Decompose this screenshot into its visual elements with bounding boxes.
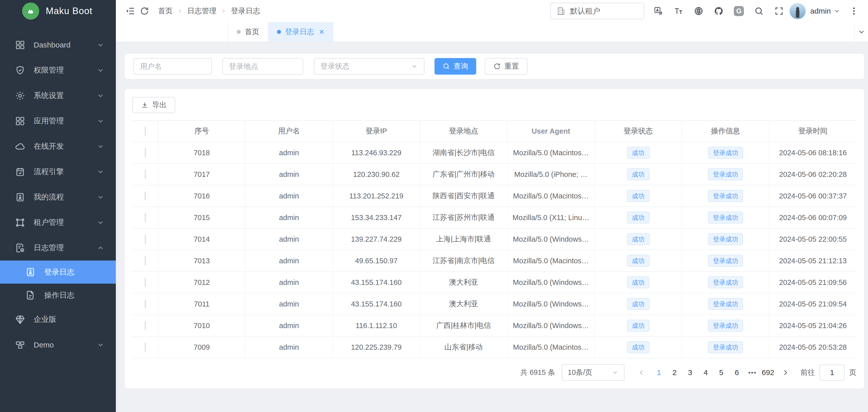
sidebar-subitem-login-log[interactable]: 登录日志 — [0, 260, 116, 284]
doc-user-icon — [25, 267, 36, 277]
status-cell: 成功 — [595, 293, 682, 315]
export-button[interactable]: 导出 — [132, 97, 175, 113]
page-number-2[interactable]: 2 — [667, 366, 682, 380]
sidebar-item-my-workflow[interactable]: 我的流程 — [0, 184, 116, 210]
username-filter-input[interactable] — [133, 58, 212, 74]
sidebar-item-permission[interactable]: 权限管理 — [0, 58, 116, 83]
chevron-down-icon — [97, 219, 104, 226]
time-cell: 2024-05-05 22:00:55 — [769, 228, 857, 250]
refresh-icon[interactable] — [137, 4, 152, 18]
page-size-select[interactable]: 10条/页 — [562, 364, 624, 381]
location-cell: 广东省|广州市|移动 — [420, 163, 507, 185]
sidebar-item-enterprise[interactable]: 企业版 — [0, 307, 116, 332]
chevron-down-icon — [97, 41, 104, 49]
location-filter-input[interactable] — [222, 58, 303, 74]
reset-button[interactable]: 重置 — [485, 58, 527, 74]
ip-cell: 43.155.174.160 — [333, 293, 420, 315]
sidebar-item-log[interactable]: 日志管理 — [0, 235, 116, 260]
fullscreen-icon[interactable] — [772, 4, 786, 18]
font-size-icon[interactable] — [672, 4, 686, 18]
operation-badge: 登录成功 — [708, 341, 743, 353]
chevron-down-icon — [97, 92, 104, 99]
breadcrumb-home[interactable]: 首页 — [158, 6, 173, 16]
avatar[interactable] — [789, 3, 806, 19]
sidebar-item-dashboard[interactable]: Dashboard — [0, 32, 116, 58]
status-badge: 成功 — [627, 276, 650, 288]
row-checkbox[interactable] — [145, 343, 146, 352]
chevron-right-icon — [177, 8, 183, 14]
operation-cell: 登录成功 — [682, 315, 769, 337]
clipboard-icon — [14, 166, 26, 177]
search-button[interactable]: 查询 — [434, 58, 476, 74]
row-checkbox[interactable] — [145, 170, 146, 179]
select-all-header — [132, 120, 158, 142]
table-row: 7013 admin 49.65.150.97 江苏省|南京市|电信 Mozil… — [132, 250, 857, 272]
topbar: 首页 日志管理 登录日志 默认租户 — [116, 0, 868, 22]
row-checkbox[interactable] — [145, 321, 146, 330]
kebab-menu-icon[interactable] — [847, 4, 861, 18]
status-badge: 成功 — [627, 190, 650, 202]
sidebar-subitem-operation-log[interactable]: 操作日志 — [0, 284, 116, 307]
page-number-5[interactable]: 5 — [713, 366, 729, 380]
globe-icon[interactable] — [691, 4, 706, 18]
tab-home[interactable]: 首页 — [228, 22, 269, 42]
cloud-icon — [14, 141, 26, 152]
row-checkbox[interactable] — [145, 256, 146, 265]
status-badge: 成功 — [627, 320, 650, 331]
sidebar-item-label: 日志管理 — [34, 243, 97, 253]
sidebar-item-workflow[interactable]: 流程引擎 — [0, 159, 116, 184]
gitee-icon[interactable]: G — [732, 4, 746, 18]
sidebar: Maku Boot Dashboard 权限管理 系统设置 应用管理 在线开发 … — [0, 0, 116, 412]
operation-badge: 登录成功 — [708, 190, 743, 202]
tab-dropdown-icon[interactable] — [855, 22, 868, 42]
sidebar-item-label: 系统设置 — [34, 90, 97, 101]
row-checkbox[interactable] — [145, 278, 146, 287]
sidebar-item-tenant[interactable]: 租户管理 — [0, 210, 116, 235]
close-icon[interactable]: ✕ — [319, 28, 324, 36]
github-icon[interactable] — [712, 4, 726, 18]
chevron-down-icon[interactable] — [833, 7, 840, 14]
reset-button-label: 重置 — [504, 61, 519, 71]
sidebar-item-system[interactable]: 系统设置 — [0, 83, 116, 108]
sidebar-item-demo[interactable]: Demo — [0, 332, 116, 357]
sidebar-item-application[interactable]: 应用管理 — [0, 108, 116, 134]
prev-page-button[interactable] — [634, 366, 649, 380]
breadcrumb-log[interactable]: 日志管理 — [187, 6, 216, 16]
operation-badge: 登录成功 — [708, 233, 743, 245]
row-checkbox[interactable] — [145, 191, 146, 200]
row-checkbox[interactable] — [145, 235, 146, 244]
tab-login-log[interactable]: 登录日志 ✕ — [269, 22, 334, 42]
row-checkbox[interactable] — [145, 148, 146, 157]
page-number-6[interactable]: 6 — [729, 366, 745, 380]
search-icon[interactable] — [752, 4, 766, 18]
building-icon — [556, 6, 565, 15]
row-checkbox[interactable] — [145, 299, 146, 309]
page-number-1[interactable]: 1 — [651, 366, 667, 380]
language-icon[interactable] — [651, 4, 665, 18]
chevron-down-icon — [411, 63, 418, 70]
breadcrumb-login-log[interactable]: 登录日志 — [231, 6, 260, 16]
apps-icon — [14, 116, 26, 127]
sidebar-item-online-dev[interactable]: 在线开发 — [0, 134, 116, 159]
seq-cell: 7017 — [158, 163, 245, 185]
sidebar-item-label: 我的流程 — [34, 192, 97, 202]
collapse-sidebar-icon[interactable] — [123, 4, 137, 18]
chevron-down-icon — [97, 143, 104, 150]
row-select-cell — [132, 207, 158, 228]
row-select-cell — [132, 250, 158, 272]
logo[interactable]: Maku Boot — [0, 0, 116, 22]
row-checkbox[interactable] — [145, 213, 146, 222]
more-pages-icon[interactable]: ••• — [745, 366, 760, 380]
username-cell: admin — [245, 315, 333, 337]
status-filter-select[interactable]: 登录状态 — [314, 58, 425, 74]
select-all-checkbox[interactable] — [145, 127, 146, 136]
username[interactable]: admin — [810, 7, 831, 15]
page-number-692[interactable]: 692 — [760, 366, 776, 380]
page-number-3[interactable]: 3 — [682, 366, 698, 380]
page-numbers: 123456•••692 — [651, 366, 776, 380]
goto-page-input[interactable] — [819, 365, 845, 381]
tenant-select[interactable]: 默认租户 — [550, 3, 644, 19]
next-page-button[interactable] — [778, 366, 793, 380]
page-number-4[interactable]: 4 — [698, 366, 713, 380]
row-select-cell — [132, 142, 158, 163]
